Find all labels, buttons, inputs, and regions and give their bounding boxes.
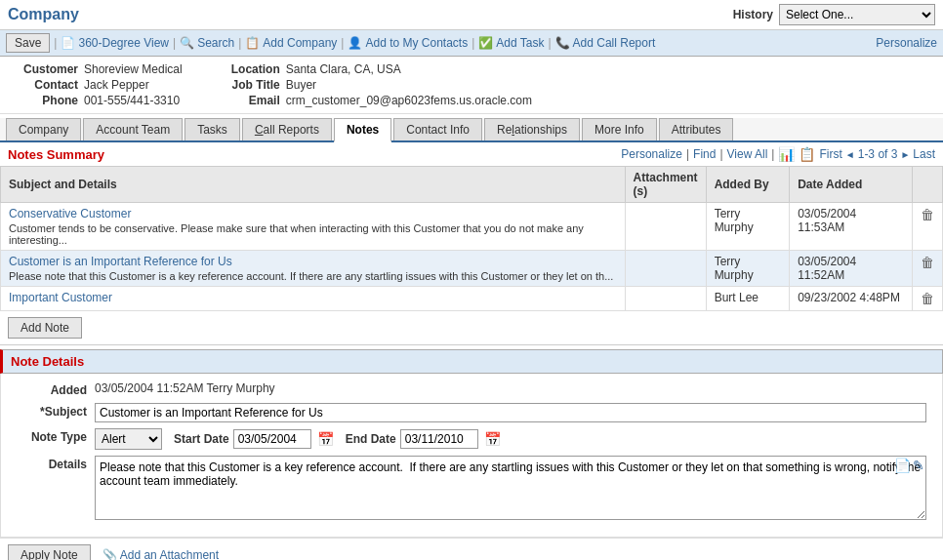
- start-date-calendar-icon[interactable]: 📅: [317, 431, 334, 447]
- note-subject-link[interactable]: Conservative Customer: [9, 207, 131, 220]
- last-link[interactable]: Last: [913, 147, 935, 161]
- note-subject-link[interactable]: Important Customer: [9, 291, 112, 304]
- details-textarea[interactable]: Please note that this Customer is a key …: [95, 456, 926, 520]
- note-added-by-cell: Terry Murphy: [706, 203, 790, 251]
- pagination: First ◄ 1-3 of 3 ► Last: [819, 147, 935, 161]
- table-row: Conservative CustomerCustomer tends to b…: [1, 203, 943, 251]
- history-label: History: [733, 8, 773, 21]
- end-date-group: End Date 📅: [346, 429, 501, 449]
- personalize-notes-link[interactable]: Personalize: [621, 147, 682, 161]
- delete-note-icon[interactable]: 🗑: [921, 291, 934, 306]
- save-button[interactable]: Save: [6, 33, 50, 53]
- notes-summary-bar: Notes Summary Personalize | Find | View …: [0, 142, 943, 166]
- customer-value: Shoreview Medical: [84, 62, 183, 76]
- th-date-added: Date Added: [790, 167, 913, 203]
- add-company-link[interactable]: 📋 Add Company: [245, 36, 337, 50]
- note-action-cell[interactable]: 🗑: [912, 251, 942, 287]
- subject-field-container: [95, 403, 926, 422]
- note-details-header: Note Details: [0, 349, 943, 374]
- find-link[interactable]: Find: [693, 147, 716, 161]
- tab-notes[interactable]: Notes: [334, 118, 391, 142]
- first-link[interactable]: First: [819, 147, 841, 161]
- personalize-link[interactable]: Personalize: [876, 36, 937, 50]
- add-company-icon: 📋: [245, 36, 260, 50]
- added-label: Added: [17, 381, 95, 397]
- view-all-link[interactable]: View All: [727, 147, 768, 161]
- add-attachment-link[interactable]: 📎 Add an Attachment: [102, 548, 219, 560]
- location-value: Santa Clara, CA, USA: [286, 62, 401, 76]
- grid-view-icon[interactable]: 📋: [799, 146, 815, 162]
- edit-details-icon[interactable]: ✎: [913, 458, 924, 473]
- apply-note-button[interactable]: Apply Note: [8, 544, 91, 560]
- note-type-select[interactable]: Alert General Urgent: [95, 428, 162, 450]
- expand-icon[interactable]: 📄: [894, 458, 911, 473]
- subject-input[interactable]: [95, 403, 926, 422]
- note-added-by-cell: Terry Murphy: [706, 251, 790, 287]
- end-date-calendar-icon[interactable]: 📅: [484, 431, 501, 447]
- paperclip-icon: 📎: [102, 548, 117, 560]
- subject-label: *Subject: [17, 403, 95, 419]
- add-task-icon: ✅: [478, 36, 493, 50]
- table-view-icon[interactable]: 📊: [778, 146, 795, 162]
- job-title-value: Buyer: [286, 78, 316, 92]
- add-to-contacts-link[interactable]: 👤 Add to My Contacts: [348, 36, 468, 50]
- search-link[interactable]: 🔍 Search: [180, 36, 234, 50]
- start-date-label: Start Date: [174, 432, 229, 446]
- apply-note-bar: Apply Note 📎 Add an Attachment: [0, 538, 943, 560]
- tabs-bar: Company Account Team Tasks Call Reports …: [0, 118, 943, 142]
- delete-note-icon[interactable]: 🗑: [921, 255, 934, 270]
- add-call-report-icon: 📞: [555, 36, 570, 50]
- view-360-link[interactable]: 📄 360-Degree View: [61, 36, 169, 50]
- end-date-input[interactable]: [400, 429, 478, 449]
- email-value: crm_customer_09@ap6023fems.us.oracle.com: [286, 94, 532, 107]
- note-details-body: Added 03/05/2004 11:52AM Terry Murphy *S…: [0, 374, 943, 538]
- th-actions: [912, 167, 942, 203]
- th-attachments: Attachment(s): [625, 167, 706, 203]
- note-subject-link[interactable]: Customer is an Important Reference for U…: [9, 255, 232, 268]
- phone-value: 001-555/441-3310: [84, 94, 180, 107]
- add-task-link[interactable]: ✅ Add Task: [478, 36, 544, 50]
- location-label: Location: [222, 62, 280, 76]
- notes-section: Notes Summary Personalize | Find | View …: [0, 142, 943, 345]
- note-details-section: Note Details Added 03/05/2004 11:52AM Te…: [0, 349, 943, 538]
- added-row: Added 03/05/2004 11:52AM Terry Murphy: [17, 381, 926, 397]
- job-title-label: Job Title: [222, 78, 280, 92]
- notes-table: Subject and Details Attachment(s) Added …: [0, 166, 943, 311]
- prev-arrow[interactable]: ◄: [845, 149, 855, 160]
- contact-value: Jack Pepper: [84, 78, 149, 92]
- note-details-text: Customer tends to be conservative. Pleas…: [9, 222, 617, 246]
- note-date-cell: 09/23/2002 4:48PM: [790, 287, 913, 311]
- tab-contact-info[interactable]: Contact Info: [393, 118, 482, 140]
- note-action-cell[interactable]: 🗑: [912, 203, 942, 251]
- tab-company[interactable]: Company: [6, 118, 81, 140]
- toolbar: Save | 📄 360-Degree View | 🔍 Search | 📋 …: [0, 30, 943, 57]
- history-select[interactable]: Select One...: [779, 4, 935, 25]
- details-row: Details 📄 ✎ Please note that this Custom…: [17, 456, 926, 523]
- note-attachment-cell: [625, 287, 706, 311]
- add-note-button[interactable]: Add Note: [8, 317, 82, 339]
- added-value: 03/05/2004 11:52AM Terry Murphy: [95, 381, 926, 395]
- delete-note-icon[interactable]: 🗑: [921, 207, 934, 222]
- tab-relationships[interactable]: Relationships: [484, 118, 580, 140]
- tab-more-info[interactable]: More Info: [582, 118, 657, 140]
- tab-tasks[interactable]: Tasks: [184, 118, 240, 140]
- start-date-input[interactable]: [233, 429, 311, 449]
- email-label: Email: [222, 94, 280, 107]
- note-date-cell: 03/05/2004 11:53AM: [790, 203, 913, 251]
- history-bar: History Select One...: [733, 4, 935, 25]
- contact-label: Contact: [20, 78, 78, 92]
- next-arrow[interactable]: ►: [900, 149, 910, 160]
- tab-account-team[interactable]: Account Team: [83, 118, 183, 140]
- note-subject-cell: Important Customer: [1, 287, 626, 311]
- tab-call-reports[interactable]: Call Reports: [242, 118, 332, 140]
- notes-summary-actions: Personalize | Find | View All | 📊 📋 Firs…: [621, 146, 935, 162]
- note-action-cell[interactable]: 🗑: [912, 287, 942, 311]
- add-note-section: Add Note: [0, 311, 943, 345]
- phone-label: Phone: [20, 94, 78, 107]
- note-subject-cell: Conservative CustomerCustomer tends to b…: [1, 203, 626, 251]
- tab-attributes[interactable]: Attributes: [659, 118, 734, 140]
- note-subject-cell: Customer is an Important Reference for U…: [1, 251, 626, 287]
- note-attachment-cell: [625, 251, 706, 287]
- add-call-report-link[interactable]: 📞 Add Call Report: [555, 36, 656, 50]
- details-label: Details: [17, 456, 95, 471]
